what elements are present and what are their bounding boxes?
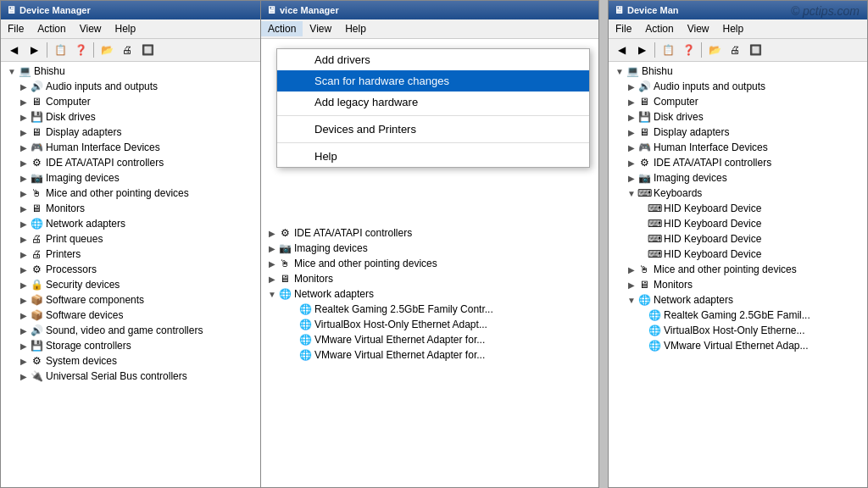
menu-help-left[interactable]: Help [108, 21, 143, 36]
label-imaging-right: Imaging devices [654, 172, 727, 184]
help-button-right[interactable]: 📋 [659, 41, 677, 59]
tree-item-disk-left[interactable]: ▶ 💾 Disk drives [1, 109, 262, 125]
dropdown-add-legacy[interactable]: Add legacy hardware [277, 92, 589, 113]
icon-disk-left: 💾 [30, 110, 43, 124]
tree-item-vbox-right[interactable]: 🌐 VirtualBox Host-Only Etherne... [609, 323, 867, 338]
icon-vmware2-mid: 🌐 [298, 348, 312, 362]
help-button-left[interactable]: 📋 [51, 41, 70, 59]
icon-display-left: 🖥 [30, 125, 43, 139]
tree-item-mice-right[interactable]: ▶ 🖱 Mice and other pointing devices [609, 262, 867, 277]
tree-root-right[interactable]: ▼ 💻 Bhishu [609, 64, 867, 79]
icon-vbox-mid: 🌐 [298, 318, 312, 331]
tree-item-hid-right[interactable]: ▶ 🎮 Human Interface Devices [609, 140, 867, 155]
back-button-right[interactable]: ◀ [612, 41, 631, 59]
menu-action-left[interactable]: Action [31, 21, 72, 36]
tree-item-vmware2-mid[interactable]: 🌐 VMware Virtual Ethernet Adapter for... [261, 347, 598, 363]
print-button-right[interactable]: 🖨 [726, 41, 744, 59]
scan-button-left[interactable]: 📂 [97, 41, 116, 59]
dropdown-add-drivers[interactable]: Add drivers [277, 49, 589, 70]
tree-item-hid-kb4[interactable]: ⌨ HID Keyboard Device [609, 247, 867, 262]
tree-item-disk-right[interactable]: ▶ 💾 Disk drives [609, 109, 867, 125]
expand-audio-left[interactable]: ▶ [18, 82, 30, 92]
menu-file-left[interactable]: File [1, 21, 31, 36]
tree-item-network-left[interactable]: ▶ 🌐 Network adapters [1, 216, 262, 231]
action-dropdown: Add drivers Scan for hardware changes Ad… [276, 48, 590, 168]
dropdown-devices-printers[interactable]: Devices and Printers [277, 119, 589, 140]
window-left: 🖥 Device Manager File Action View Help ◀… [0, 0, 263, 488]
expand-root-left[interactable]: ▼ [6, 67, 18, 76]
tree-item-security-left[interactable]: ▶ 🔒 Security devices [1, 277, 262, 292]
tree-item-imaging-mid[interactable]: ▶ 📷 Imaging devices [261, 241, 598, 256]
prop-button-right[interactable]: 🔲 [746, 41, 765, 59]
menu-file-right[interactable]: File [609, 21, 638, 36]
tree-item-sound-left[interactable]: ▶ 🔊 Sound, video and game controllers [1, 323, 262, 338]
forward-button-left[interactable]: ▶ [25, 41, 43, 59]
tree-item-mice-left[interactable]: ▶ 🖱 Mice and other pointing devices [1, 186, 262, 201]
tree-item-ide-mid[interactable]: ▶ ⚙ IDE ATA/ATAPI controllers [261, 225, 598, 241]
tree-item-mice-mid[interactable]: ▶ 🖱 Mice and other pointing devices [261, 256, 598, 271]
tree-item-monitors-left[interactable]: ▶ 🖥 Monitors [1, 201, 262, 216]
menu-view-left[interactable]: View [73, 21, 108, 36]
tree-item-hid-kb1[interactable]: ⌨ HID Keyboard Device [609, 201, 867, 216]
tree-item-proc-left[interactable]: ▶ ⚙ Processors [1, 262, 262, 277]
tree-item-imaging-left[interactable]: ▶ 📷 Imaging devices [1, 170, 262, 186]
dropdown-help[interactable]: Help [277, 146, 589, 167]
prop-button-left[interactable]: 🔲 [138, 41, 157, 59]
tree-item-vmware-right[interactable]: 🌐 VMware Virtual Ethernet Adap... [609, 338, 867, 353]
tree-item-monitors-mid[interactable]: ▶ 🖥 Monitors [261, 271, 598, 286]
tree-item-printers-left[interactable]: ▶ 🖨 Printers [1, 247, 262, 262]
tree-item-audio-right[interactable]: ▶ 🔊 Audio inputs and outputs [609, 79, 867, 94]
scan-button-right[interactable]: 📂 [705, 41, 724, 59]
tree-item-usb-left[interactable]: ▶ 🔌 Universal Serial Bus controllers [1, 369, 262, 384]
menu-view-right[interactable]: View [681, 21, 716, 36]
menu-action-middle[interactable]: Action [261, 21, 303, 36]
tree-item-network-mid[interactable]: ▼ 🌐 Network adapters [261, 286, 598, 302]
tree-item-keyboards-right[interactable]: ▼ ⌨ Keyboards [609, 186, 867, 201]
tree-item-imaging-right[interactable]: ▶ 📷 Imaging devices [609, 170, 867, 186]
tree-item-realtek-mid[interactable]: 🌐 Realtek Gaming 2.5GbE Family Contr... [261, 302, 598, 317]
tree-item-vmware1-mid[interactable]: 🌐 VMware Virtual Ethernet Adapter for... [261, 332, 598, 347]
back-button-left[interactable]: ◀ [4, 41, 23, 59]
tree-item-realtek-right[interactable]: 🌐 Realtek Gaming 2.5GbE Famil... [609, 308, 867, 323]
label-vmware1-mid: VMware Virtual Ethernet Adapter for... [314, 334, 485, 346]
icon-ide-left: ⚙ [30, 156, 43, 169]
print-button-left[interactable]: 🖨 [118, 41, 136, 59]
tree-item-monitors-right[interactable]: ▶ 🖥 Monitors [609, 277, 867, 292]
icon-network-right: 🌐 [637, 293, 651, 307]
toolbar-right: ◀ ▶ 📋 ❓ 📂 🖨 🔲 [609, 39, 867, 62]
tree-item-system-left[interactable]: ▶ ⚙ System devices [1, 353, 262, 369]
tree-item-storage-left[interactable]: ▶ 💾 Storage controllers [1, 338, 262, 353]
icon-proc-left: ⚙ [30, 263, 43, 276]
expand-root-right[interactable]: ▼ [614, 67, 626, 76]
menu-action-right[interactable]: Action [638, 21, 680, 36]
tree-item-ide-left[interactable]: ▶ ⚙ IDE ATA/ATAPI controllers [1, 155, 262, 170]
menu-help-middle[interactable]: Help [338, 21, 373, 36]
menu-help-right[interactable]: Help [716, 21, 751, 36]
menubar-left: File Action View Help [1, 19, 262, 39]
tree-item-audio-left[interactable]: ▶ 🔊 Audio inputs and outputs [1, 79, 262, 94]
tree-item-swcomp-left[interactable]: ▶ 📦 Software components [1, 292, 262, 308]
sep2-right [701, 42, 702, 58]
info-button-left[interactable]: ❓ [71, 41, 90, 59]
icon-mice-left: 🖱 [30, 186, 43, 200]
tree-root-left[interactable]: ▼ 💻 Bhishu [1, 64, 262, 79]
tree-item-display-right[interactable]: ▶ 🖥 Display adapters [609, 125, 867, 140]
tree-item-computer-right[interactable]: ▶ 🖥 Computer [609, 94, 867, 109]
scan-hw-label: Scan for hardware changes [314, 75, 449, 87]
label-hid-kb4: HID Keyboard Device [664, 248, 761, 260]
tree-item-computer-left[interactable]: ▶ 🖥 Computer [1, 94, 262, 109]
tree-item-vbox-mid[interactable]: 🌐 VirtualBox Host-Only Ethernet Adapt... [261, 317, 598, 332]
tree-item-display-left[interactable]: ▶ 🖥 Display adapters [1, 125, 262, 140]
tree-item-swdev-left[interactable]: ▶ 📦 Software devices [1, 308, 262, 323]
menu-view-middle[interactable]: View [303, 21, 338, 36]
icon-computer-right: 🖥 [637, 95, 651, 108]
forward-button-right[interactable]: ▶ [632, 41, 651, 59]
tree-item-network-right[interactable]: ▼ 🌐 Network adapters [609, 292, 867, 308]
tree-item-printq-left[interactable]: ▶ 🖨 Print queues [1, 231, 262, 247]
tree-item-hid-kb3[interactable]: ⌨ HID Keyboard Device [609, 231, 867, 247]
dropdown-scan-hardware[interactable]: Scan for hardware changes [277, 70, 589, 92]
info-button-right[interactable]: ❓ [679, 41, 698, 59]
tree-item-ide-right[interactable]: ▶ ⚙ IDE ATA/ATAPI controllers [609, 155, 867, 170]
tree-item-hid-left[interactable]: ▶ 🎮 Human Interface Devices [1, 140, 262, 155]
tree-item-hid-kb2[interactable]: ⌨ HID Keyboard Device [609, 216, 867, 231]
